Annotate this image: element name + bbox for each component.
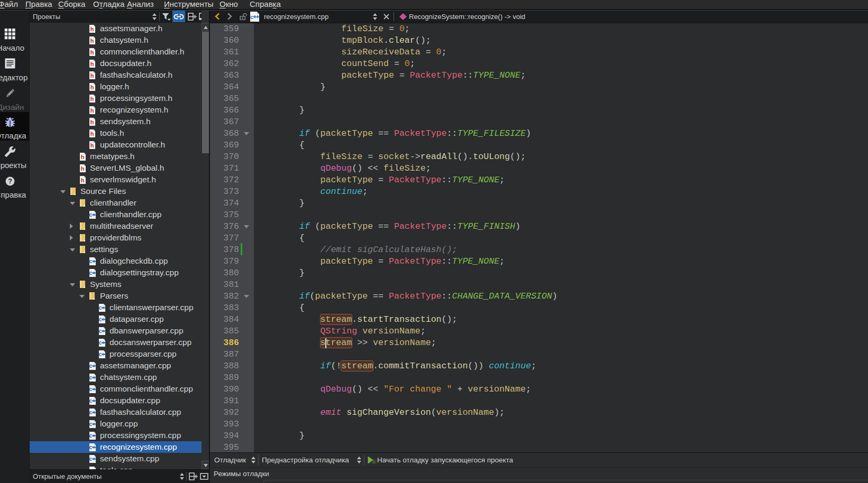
svg-text:c: c [89,432,93,439]
svg-text:h: h [81,165,85,172]
svg-text:h: h [90,49,94,55]
svg-text:h: h [90,96,94,102]
svg-text:h: h [81,177,85,183]
svg-text:h: h [90,131,94,137]
svg-text:h: h [90,61,94,67]
svg-text:c: c [89,456,93,462]
svg-text:c: c [89,421,93,427]
svg-text:c: c [89,409,93,415]
svg-text:h: h [90,26,94,32]
svg-text:h: h [90,142,94,148]
svg-text:c: c [89,211,93,218]
svg-text:h: h [90,84,94,90]
svg-text:c: c [250,14,253,20]
svg-text:c: c [89,270,93,276]
svg-text:c: c [99,339,102,346]
svg-text:c: c [89,363,93,369]
svg-text:c: c [99,304,102,311]
svg-text:c: c [99,328,102,334]
svg-text:h: h [90,119,94,125]
svg-text:c: c [99,351,102,357]
svg-text:h: h [90,72,94,79]
svg-text:c: c [89,386,93,392]
svg-text:?: ? [8,178,12,185]
svg-text:c: c [89,258,93,264]
svg-text:c: c [89,397,93,404]
svg-text:h: h [81,154,85,160]
svg-text:c: c [89,374,93,380]
svg-text:c: c [89,444,93,450]
svg-text:h: h [90,107,94,114]
svg-text:h: h [90,38,94,44]
svg-text:c: c [99,316,102,322]
